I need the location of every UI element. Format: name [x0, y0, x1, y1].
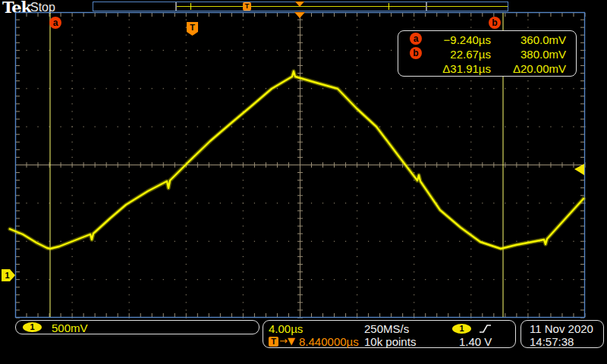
grid-dot — [118, 127, 118, 127]
cursor-a-time: −9.240µs — [444, 33, 491, 46]
grid-dot — [493, 88, 494, 89]
grid-dot — [527, 309, 528, 310]
grid-dot — [357, 157, 357, 158]
grid-dot — [129, 279, 130, 280]
grid-dot — [414, 19, 414, 20]
grid-dot — [186, 180, 187, 180]
grid-dot — [470, 142, 471, 143]
grid-dot — [357, 234, 357, 234]
grid-dot — [243, 127, 244, 127]
grid-dot — [243, 19, 244, 20]
grid-dot — [72, 302, 73, 303]
trigger-arrow-icon: →▼ — [279, 335, 295, 347]
grid-dot — [243, 287, 244, 287]
grid-dot — [243, 157, 244, 158]
grid-dot — [209, 279, 209, 280]
grid-dot — [186, 111, 187, 111]
grid-dot — [345, 202, 346, 203]
grid-dot — [516, 88, 517, 89]
date-display: 11 Nov 2020 — [530, 322, 593, 335]
grid-dot — [414, 111, 414, 111]
grid-dot — [152, 241, 153, 242]
grid-dot — [129, 50, 130, 51]
grid-dot — [243, 279, 244, 280]
grid-dot — [72, 134, 73, 135]
grid-dot — [83, 50, 84, 51]
grid-dot — [83, 88, 84, 89]
grid-dot — [129, 134, 130, 135]
grid-dot — [26, 279, 27, 280]
grid-dot — [527, 149, 528, 150]
grid-dot — [197, 279, 198, 280]
grid-dot — [470, 134, 471, 135]
grid-dot — [118, 241, 118, 242]
grid-dot — [266, 241, 266, 242]
grid-dot — [414, 210, 414, 211]
grid-dot — [175, 279, 175, 280]
grid-dot — [379, 50, 380, 51]
grid-dot — [186, 134, 187, 135]
grid-dot — [391, 88, 392, 89]
trigger-level: 1.40 V — [459, 335, 492, 348]
grid-dot — [186, 271, 187, 272]
grid-dot — [243, 27, 244, 28]
grid-dot — [175, 88, 175, 89]
grid-dot — [527, 234, 528, 234]
grid-dot — [288, 241, 289, 242]
grid-dot — [459, 88, 460, 89]
grid-dot — [140, 50, 141, 51]
grid-dot — [573, 88, 574, 89]
grid-dot — [470, 172, 471, 173]
grid-dot — [414, 287, 414, 287]
grid-dot — [527, 19, 528, 20]
grid-dot — [186, 50, 187, 51]
grid-dot — [118, 88, 118, 89]
grid-dot — [220, 202, 221, 203]
grid-dot — [186, 294, 187, 295]
grid-dot — [163, 88, 164, 89]
grid-dot — [243, 271, 244, 272]
grid-dot — [414, 195, 414, 196]
grid-dot — [140, 202, 141, 203]
grid-dot — [118, 202, 118, 203]
grid-dot — [72, 187, 73, 188]
grid-dot — [470, 118, 471, 119]
grid-dot — [243, 218, 244, 218]
grid-dot — [334, 241, 335, 242]
grid-dot — [129, 241, 130, 242]
grid-dot — [357, 27, 357, 28]
grid-dot — [186, 19, 187, 20]
grid-dot — [243, 302, 244, 303]
grid-dot — [72, 80, 73, 81]
grid-dot — [129, 96, 130, 96]
grid-dot — [197, 88, 198, 89]
grid-dot — [357, 241, 357, 242]
grid-dot — [527, 249, 528, 249]
grid-dot — [243, 35, 244, 36]
grid-dot — [345, 88, 346, 89]
grid-dot — [573, 202, 574, 203]
sample-rate: 250MS/s — [364, 322, 409, 335]
grid-dot — [459, 202, 460, 203]
trigger-level-arrow-icon[interactable] — [574, 164, 584, 175]
grid-dot — [72, 279, 73, 280]
grid-dot — [414, 256, 414, 257]
rising-edge-icon — [479, 324, 492, 334]
readout-cursor-b-badge: b — [410, 47, 422, 59]
channel1-scale-box: 1 500mV — [15, 320, 259, 334]
grid-dot — [118, 50, 118, 51]
grid-dot — [288, 279, 289, 280]
grid-dot — [243, 241, 244, 242]
grid-dot — [129, 302, 130, 303]
grid-dot — [26, 127, 27, 127]
grid-dot — [152, 88, 153, 89]
grid-dot — [357, 195, 357, 196]
grid-dot — [470, 294, 471, 295]
grid-dot — [72, 65, 73, 66]
grid-dot — [493, 241, 494, 242]
time-scale: 4.00µs — [269, 322, 303, 335]
grid-dot — [357, 80, 357, 81]
grid-dot — [231, 127, 232, 127]
grid-dot — [470, 19, 471, 20]
grid-dot — [163, 279, 164, 280]
